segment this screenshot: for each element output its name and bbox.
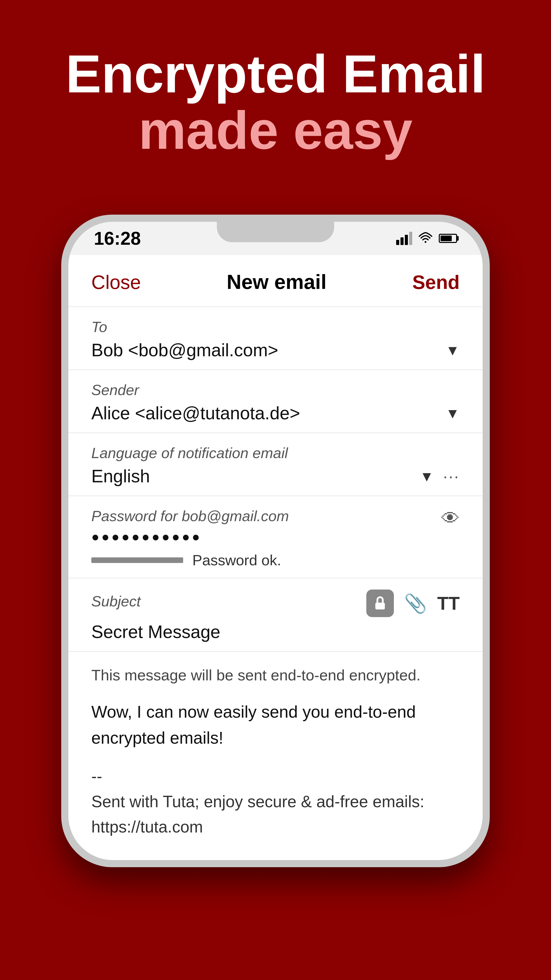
status-time: 16:28	[94, 228, 141, 249]
svg-rect-1	[375, 603, 385, 609]
signature-line1: --	[91, 764, 460, 789]
text-format-icon[interactable]: TT	[437, 593, 460, 614]
notch	[217, 222, 334, 242]
send-button[interactable]: Send	[412, 271, 460, 293]
close-button[interactable]: Close	[91, 271, 141, 293]
email-body[interactable]: Wow, I can now easily send you end-to-en…	[91, 699, 460, 751]
encryption-lock-button[interactable]	[366, 590, 394, 617]
compose-body: This message will be sent end-to-end enc…	[68, 652, 483, 860]
password-status: Password ok.	[192, 552, 281, 569]
email-signature: -- Sent with Tuta; enjoy secure & ad-fre…	[91, 764, 460, 840]
subject-field: Subject 📎 TT Secret Me	[68, 578, 483, 652]
password-dots: ●●●●●●●●●●●	[91, 529, 460, 544]
password-field: Password for bob@gmail.com 👁 ●●●●●●●●●●●…	[68, 496, 483, 578]
language-value-row[interactable]: English ▼ ···	[91, 466, 460, 487]
to-field: To Bob <bob@gmail.com> ▼	[68, 307, 483, 370]
language-actions: ▼ ···	[420, 467, 460, 486]
attach-icon[interactable]: 📎	[404, 593, 427, 614]
to-label: To	[91, 318, 460, 335]
password-label: Password for bob@gmail.com	[91, 508, 289, 525]
hero-title-line1: Encrypted Email	[65, 46, 486, 102]
sender-field: Sender Alice <alice@tutanota.de> ▼	[68, 370, 483, 433]
hero-section: Encrypted Email made easy	[40, 46, 511, 159]
language-label: Language of notification email	[91, 444, 460, 461]
subject-header: Subject 📎 TT	[91, 590, 460, 617]
sender-value: Alice <alice@tutanota.de>	[91, 403, 300, 423]
strength-bar	[91, 557, 183, 563]
wifi-icon	[418, 231, 433, 245]
to-value: Bob <bob@gmail.com>	[91, 340, 278, 360]
svg-point-0	[425, 241, 427, 243]
subject-icons: 📎 TT	[366, 590, 460, 617]
more-options-icon[interactable]: ···	[443, 467, 460, 486]
battery-icon	[439, 234, 457, 243]
language-value: English	[91, 466, 150, 487]
lock-icon	[372, 595, 388, 611]
phone-mockup: 16:28	[61, 215, 490, 867]
subject-value: Secret Message	[91, 622, 221, 642]
chevron-down-icon: ▼	[446, 405, 460, 422]
compose-title: New email	[227, 270, 327, 294]
status-icons	[396, 231, 457, 245]
email-compose-form: Close New email Send To Bob <bob@gmail.c…	[68, 255, 483, 860]
sender-value-row[interactable]: Alice <alice@tutanota.de> ▼	[91, 403, 460, 423]
phone-outer-shell: 16:28	[61, 215, 490, 867]
password-strength-row: Password ok.	[91, 552, 460, 569]
sender-label: Sender	[91, 381, 460, 398]
compose-header: Close New email Send	[68, 255, 483, 307]
status-bar: 16:28	[68, 222, 483, 255]
password-visibility-icon[interactable]: 👁	[441, 508, 460, 529]
encryption-notice: This message will be sent end-to-end enc…	[91, 665, 460, 686]
signature-line3: https://tuta.com	[91, 815, 460, 840]
phone-screen: 16:28	[68, 222, 483, 860]
to-value-row[interactable]: Bob <bob@gmail.com> ▼	[91, 340, 460, 360]
subject-label: Subject	[91, 593, 141, 610]
chevron-down-icon: ▼	[446, 342, 460, 359]
signature-line2: Sent with Tuta; enjoy secure & ad-free e…	[91, 789, 460, 815]
hero-title-line2: made easy	[65, 102, 486, 159]
signal-icon	[396, 232, 412, 245]
language-field: Language of notification email English ▼…	[68, 433, 483, 496]
chevron-down-icon: ▼	[420, 468, 433, 485]
password-header-row: Password for bob@gmail.com 👁	[91, 508, 460, 529]
